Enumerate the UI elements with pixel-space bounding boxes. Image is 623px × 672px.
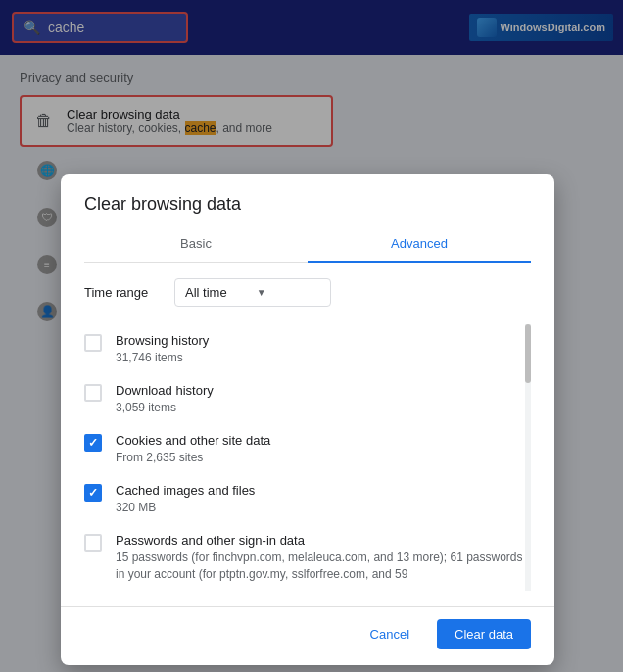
passwords-text: Passwords and other sign-in data 15 pass… bbox=[116, 532, 531, 583]
scrollbar-track[interactable] bbox=[525, 324, 531, 591]
item-detail: From 2,635 sites bbox=[116, 450, 270, 466]
item-name: Browsing history bbox=[116, 332, 209, 350]
item-name: Download history bbox=[116, 382, 214, 400]
list-item: Download history 3,059 items bbox=[84, 374, 531, 424]
list-item: Browsing history 31,746 items bbox=[84, 324, 531, 374]
list-item: Cached images and files 320 MB bbox=[84, 474, 531, 524]
checkbox-list: Browsing history 31,746 items Download h… bbox=[84, 324, 531, 591]
item-detail: 31,746 items bbox=[116, 350, 209, 366]
cookies-checkbox[interactable] bbox=[84, 434, 102, 452]
item-name: Passwords and other sign-in data bbox=[116, 532, 531, 550]
item-detail: 320 MB bbox=[116, 500, 255, 516]
browsing-history-checkbox[interactable] bbox=[84, 334, 102, 352]
modal-footer: Cancel Clear data bbox=[61, 606, 554, 665]
download-history-checkbox[interactable] bbox=[84, 384, 102, 402]
passwords-checkbox[interactable] bbox=[84, 534, 102, 552]
modal-tabs: Basic Advanced bbox=[84, 226, 531, 263]
cookies-text: Cookies and other site data From 2,635 s… bbox=[116, 432, 270, 466]
item-name: Cookies and other site data bbox=[116, 432, 270, 450]
list-item: Passwords and other sign-in data 15 pass… bbox=[84, 524, 531, 591]
tab-advanced[interactable]: Advanced bbox=[308, 226, 531, 263]
scrollbar-thumb[interactable] bbox=[525, 324, 531, 383]
item-name: Cached images and files bbox=[116, 482, 255, 500]
cached-images-checkbox[interactable] bbox=[84, 484, 102, 502]
clear-data-button[interactable]: Clear data bbox=[437, 619, 531, 649]
tab-basic[interactable]: Basic bbox=[84, 226, 308, 263]
time-range-value: All time bbox=[185, 285, 227, 300]
modal-header: Clear browsing data bbox=[61, 174, 554, 215]
modal-body: Time range All time ▼ Browsing history 3… bbox=[61, 263, 554, 606]
time-range-row: Time range All time ▼ bbox=[84, 278, 531, 307]
item-detail: 3,059 items bbox=[116, 400, 214, 416]
cancel-button[interactable]: Cancel bbox=[353, 619, 427, 649]
dropdown-arrow-icon: ▼ bbox=[257, 287, 266, 298]
cached-images-text: Cached images and files 320 MB bbox=[116, 482, 255, 516]
clear-browsing-data-modal: Clear browsing data Basic Advanced Time … bbox=[61, 174, 554, 665]
download-history-text: Download history 3,059 items bbox=[116, 382, 214, 416]
browsing-history-text: Browsing history 31,746 items bbox=[116, 332, 209, 366]
time-range-select[interactable]: All time ▼ bbox=[174, 278, 331, 307]
time-range-label: Time range bbox=[84, 285, 163, 300]
modal-title: Clear browsing data bbox=[84, 194, 531, 215]
item-detail: 15 passwords (for finchvpn.com, melaleuc… bbox=[116, 550, 531, 583]
list-item: Cookies and other site data From 2,635 s… bbox=[84, 424, 531, 474]
